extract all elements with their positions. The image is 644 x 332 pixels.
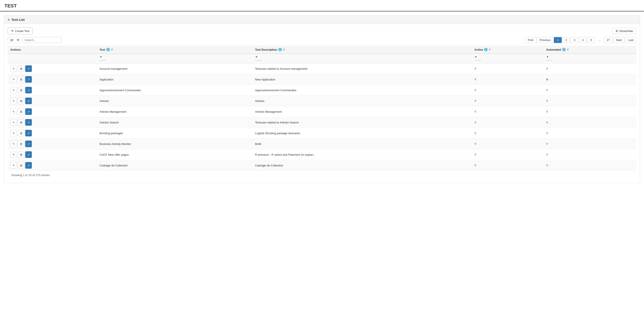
link-button[interactable]: ➚: [25, 119, 32, 126]
page-1-button[interactable]: 1: [554, 37, 562, 43]
active-cell: Y: [472, 85, 544, 96]
test-cell: Application: [97, 74, 252, 85]
delete-button[interactable]: 🗑: [18, 162, 24, 169]
automated-cell: Y: [544, 160, 636, 171]
delete-button[interactable]: 🗑: [18, 108, 24, 115]
test-cell: Cadrage de Collection: [97, 160, 252, 171]
last-page-button[interactable]: Last: [625, 37, 636, 43]
col-header-active[interactable]: Active i ⇵: [472, 46, 544, 54]
edit-button[interactable]: ✎: [10, 130, 17, 136]
page-5-button[interactable]: 5: [587, 37, 595, 43]
filter-icon-active: ▼———: [474, 55, 481, 62]
link-button[interactable]: ➚: [25, 130, 32, 136]
edit-button[interactable]: ✎: [10, 76, 17, 83]
create-test-button[interactable]: ✚ Create Test: [8, 28, 33, 34]
main-card: ≡ Test List ✚ Create Test ⚙ Show/Hide 10…: [4, 15, 640, 183]
delete-button[interactable]: 🗑: [18, 151, 24, 158]
page-27-button[interactable]: 27: [604, 37, 613, 43]
edit-button[interactable]: ✎: [10, 108, 17, 115]
edit-button[interactable]: ✎: [10, 119, 17, 126]
card-header: ≡ Test List: [4, 16, 640, 24]
search-input[interactable]: [22, 37, 62, 43]
delete-button[interactable]: 🗑: [18, 76, 24, 83]
automated-cell: N: [544, 74, 636, 85]
actions-cell: ✎ 🗑 ➚: [8, 63, 97, 74]
page-title: TEST: [0, 0, 644, 12]
description-cell: Testcase related to Account management: [252, 63, 472, 74]
page-3-button[interactable]: 3: [570, 37, 578, 43]
filter-icon-automated: ▼———: [546, 55, 553, 62]
delete-button[interactable]: 🗑: [18, 98, 24, 104]
link-button[interactable]: ➚: [25, 65, 32, 72]
actions-cell: ✎ 🗑 ➚: [8, 74, 97, 85]
delete-button[interactable]: 🗑: [18, 130, 24, 136]
filter-description: ▼———: [252, 54, 472, 63]
automated-cell: Y: [544, 138, 636, 149]
card-header-label: Test List: [12, 18, 25, 22]
edit-button[interactable]: ✎: [10, 151, 17, 158]
description-cell: BAM: [252, 138, 472, 149]
link-button[interactable]: ➚: [25, 87, 32, 94]
test-cell: Bursting packages: [97, 128, 252, 138]
edit-button[interactable]: ✎: [10, 65, 17, 72]
toolbar-row: ✚ Create Test ⚙ Show/Hide: [8, 28, 636, 34]
active-cell: Y: [472, 128, 544, 138]
edit-button[interactable]: ✎: [10, 98, 17, 104]
delete-button[interactable]: 🗑: [18, 140, 24, 147]
table-row: ✎ 🗑 ➚ Business Activity Monitor BAM Y Y: [8, 138, 636, 149]
card-body: ✚ Create Test ⚙ Show/Hide 10 25 50 100 F…: [4, 24, 640, 183]
list-icon: ≡: [8, 18, 10, 22]
page-4-button[interactable]: 4: [579, 37, 587, 43]
filter-icon-description: ▼———: [255, 55, 262, 62]
active-cell: Y: [472, 106, 544, 117]
link-button[interactable]: ➚: [25, 151, 32, 158]
info-icon-automated[interactable]: i: [562, 48, 566, 51]
link-button[interactable]: ➚: [25, 98, 32, 104]
col-header-description[interactable]: Test Description i ⇵: [252, 46, 472, 54]
col-header-automated[interactable]: Automated i ⇵: [544, 46, 636, 54]
description-cell: Articles: [252, 96, 472, 106]
first-page-button[interactable]: First: [525, 37, 536, 43]
active-cell: Y: [472, 149, 544, 160]
edit-button[interactable]: ✎: [10, 140, 17, 147]
table-row: ✎ 🗑 ➚ Bursting packages Logistic Burstin…: [8, 128, 636, 138]
next-page-button[interactable]: Next: [613, 37, 625, 43]
edit-button[interactable]: ✎: [10, 162, 17, 169]
entries-select[interactable]: 10 25 50 100: [8, 37, 20, 43]
actions-cell: ✎ 🗑 ➚: [8, 149, 97, 160]
actions-cell: ✎ 🗑 ➚: [8, 85, 97, 96]
col-header-test[interactable]: Test i ⇵: [97, 46, 252, 54]
description-cell: R premium - R select and Paiement 3x exp…: [252, 149, 472, 160]
automated-cell: Y: [544, 149, 636, 160]
sort-icon-test: ⇵: [111, 48, 113, 51]
description-cell: New Application: [252, 74, 472, 85]
sort-icon-automated: ⇵: [567, 48, 569, 51]
link-button[interactable]: ➚: [25, 108, 32, 115]
test-cell: Business Activity Monitor: [97, 138, 252, 149]
test-cell: Approvisionnement Commandes: [97, 85, 252, 96]
delete-button[interactable]: 🗑: [18, 119, 24, 126]
table-row: ✎ 🗑 ➚ Articles Articles Y Y: [8, 96, 636, 106]
active-cell: Y: [472, 74, 544, 85]
page-2-button[interactable]: 2: [562, 37, 570, 43]
previous-page-button[interactable]: Previous: [537, 37, 554, 43]
table-row: ✎ 🗑 ➚ Approvisionnement Commandes Approv…: [8, 85, 636, 96]
automated-cell: Y: [544, 96, 636, 106]
link-button[interactable]: ➚: [25, 140, 32, 147]
link-button[interactable]: ➚: [25, 162, 32, 169]
active-cell: Y: [472, 63, 544, 74]
table-header-row: Actions Test i ⇵ Test Description i: [8, 46, 636, 54]
info-icon-test[interactable]: i: [106, 48, 110, 51]
show-hide-button[interactable]: ⚙ Show/Hide: [612, 28, 636, 34]
link-button[interactable]: ➚: [25, 76, 32, 83]
test-table: Actions Test i ⇵ Test Description i: [8, 46, 636, 171]
edit-button[interactable]: ✎: [10, 87, 17, 94]
delete-button[interactable]: 🗑: [18, 87, 24, 94]
info-icon-description[interactable]: i: [278, 48, 282, 51]
table-row: ✎ 🗑 ➚ Articles Management Articles Manag…: [8, 106, 636, 117]
automated-cell: Y: [544, 128, 636, 138]
test-cell: Articles Management: [97, 106, 252, 117]
delete-button[interactable]: 🗑: [18, 65, 24, 72]
info-icon-active[interactable]: i: [484, 48, 488, 51]
filter-test: ▼———: [97, 54, 252, 63]
